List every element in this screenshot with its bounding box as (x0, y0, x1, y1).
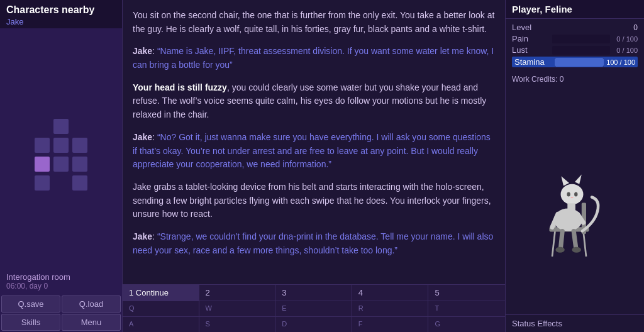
stat-stamina-label: Stamina (514, 57, 552, 67)
key-g: G (428, 317, 505, 332)
choice-3: 3 (275, 285, 352, 301)
map-cell (72, 138, 87, 153)
key-q: Q (123, 301, 199, 316)
stat-level: Level 0 (512, 23, 638, 32)
center-panel: You sit on the second chair, the one tha… (123, 0, 506, 332)
svg-rect-12 (567, 203, 575, 210)
choice-row-1: 1 Continue 2 3 4 5 (123, 285, 505, 301)
characters-header: Characters nearby Jake (0, 0, 122, 28)
narrative-area: You sit on the second chair, the one tha… (123, 0, 505, 284)
key-r: R (352, 301, 429, 316)
menu-button[interactable]: Menu (62, 314, 121, 331)
npc-colon-2: : (152, 132, 157, 142)
key-d: D (275, 317, 352, 332)
svg-marker-8 (575, 175, 582, 184)
quicksave-button[interactable]: Q.save (1, 296, 60, 313)
map-cell (53, 119, 69, 134)
character-sprite (537, 143, 613, 257)
stat-pain-label: Pain (512, 34, 550, 43)
choice-num-1: 1 (129, 288, 133, 297)
choice-4: 4 (352, 285, 429, 301)
left-panel: Characters nearby Jake Interogation room… (0, 0, 123, 332)
npc-speech-2: “No? Got it, just wanna make sure you ha… (133, 132, 491, 169)
map-area (0, 28, 122, 268)
map-cell (53, 138, 69, 153)
choice-num-2: 2 (206, 288, 210, 297)
svg-point-6 (561, 184, 584, 204)
narrative-block-1: You sit on the second chair, the one tha… (133, 9, 495, 36)
stat-lust-value: 0 / 100 (613, 47, 638, 54)
svg-point-10 (574, 192, 577, 196)
key-a: A (123, 317, 199, 332)
npc-name-3: Jake (133, 231, 152, 241)
stat-lust: Lust 0 / 100 (512, 45, 638, 55)
npc-name-1: Jake (133, 46, 152, 56)
svg-point-5 (554, 209, 582, 231)
npc-name-2: Jake (133, 132, 152, 142)
map-cell (72, 157, 87, 172)
choice-num-4: 4 (358, 288, 363, 297)
map-cell (53, 157, 69, 172)
stat-level-label: Level (512, 23, 633, 32)
choice-num-5: 5 (435, 288, 439, 297)
right-panel: Player, Feline Level 0 Pain 0 / 100 Lust… (506, 0, 644, 332)
quickload-button[interactable]: Q.load (62, 296, 121, 313)
key-row-asdfg: A S D F G (123, 317, 505, 332)
key-f: F (352, 317, 429, 332)
key-w: W (199, 301, 276, 316)
npc-colon-3: : (152, 231, 157, 241)
narrative-block-3: Your head is still fuzzy, you could clea… (133, 81, 495, 122)
npc-speech-3: “Strange, we couldn’t find your dna-prin… (133, 231, 493, 255)
key-e: E (275, 301, 352, 316)
choice-1-continue[interactable]: 1 Continue (123, 285, 199, 301)
narrative-text-1: You sit on the second chair, the one tha… (133, 10, 494, 34)
bottom-buttons: Q.save Q.load Skills Menu (0, 294, 122, 332)
narrative-block-2: Jake: “Name is Jake, IIPF, threat assess… (133, 45, 495, 72)
skills-button[interactable]: Skills (1, 314, 60, 331)
choice-2: 2 (199, 285, 276, 301)
stat-level-value: 0 (633, 23, 638, 32)
bold-text-1: Your head is still fuzzy (133, 82, 227, 92)
stats-area: Level 0 Pain 0 / 100 Lust 0 / 100 Stamin… (506, 19, 644, 73)
stat-pain: Pain 0 / 100 (512, 34, 638, 43)
minimap (35, 119, 87, 191)
npc-colon-1: : (152, 46, 157, 56)
svg-line-16 (574, 231, 576, 248)
choice-num-3: 3 (282, 288, 286, 297)
stat-pain-bar (552, 35, 610, 43)
svg-point-17 (555, 247, 564, 253)
stat-stamina-bar (555, 58, 604, 67)
stat-pain-value: 0 / 100 (613, 35, 638, 43)
svg-point-18 (572, 247, 581, 253)
npc-speech-1: “Name is Jake, IIPF, threat assessment d… (133, 46, 494, 70)
svg-line-15 (561, 231, 563, 248)
choice-5: 5 (428, 285, 505, 301)
stat-stamina-value: 100 / 100 (606, 58, 635, 66)
stat-stamina: Stamina 100 / 100 (512, 57, 638, 67)
stat-lust-bar (552, 46, 610, 55)
map-cell (35, 138, 50, 153)
map-cell (35, 119, 50, 134)
key-s: S (199, 317, 276, 332)
choice-area: 1 Continue 2 3 4 5 Q W E R T A (123, 284, 505, 332)
svg-point-9 (567, 192, 570, 196)
character-art (506, 86, 644, 314)
work-credits: Work Credits: 0 (506, 73, 644, 86)
status-effects-label: Status Effects (506, 314, 644, 332)
svg-marker-7 (561, 176, 569, 185)
map-cell (72, 119, 87, 134)
map-cell (53, 175, 69, 191)
room-time: 06:00, day 0 (6, 282, 116, 290)
key-row-qwert: Q W E R T (123, 301, 505, 317)
svg-line-1 (584, 231, 587, 257)
map-cell (72, 175, 87, 191)
room-info: Interogation room 06:00, day 0 (0, 268, 122, 294)
narrative-text-5: Jake grabs a tablet-looking device from … (133, 182, 491, 219)
characters-title: Characters nearby (6, 4, 116, 16)
player-name: Player, Feline (506, 0, 644, 19)
narrative-block-5: Jake grabs a tablet-looking device from … (133, 180, 495, 221)
jake-character-link[interactable]: Jake (6, 17, 23, 26)
room-name: Interogation room (6, 272, 116, 282)
stat-lust-label: Lust (512, 45, 550, 55)
key-t: T (428, 301, 505, 316)
